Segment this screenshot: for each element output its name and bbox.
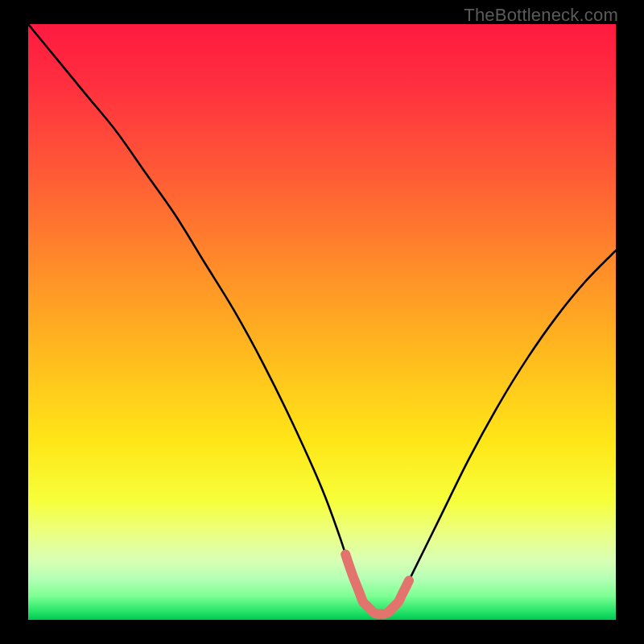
plot-area bbox=[28, 24, 616, 620]
bottleneck-curve-highlight bbox=[345, 555, 409, 614]
curve-layer bbox=[28, 24, 616, 620]
chart-frame: TheBottleneck.com bbox=[0, 0, 644, 644]
watermark-text: TheBottleneck.com bbox=[464, 5, 618, 26]
bottleneck-curve bbox=[28, 24, 616, 615]
